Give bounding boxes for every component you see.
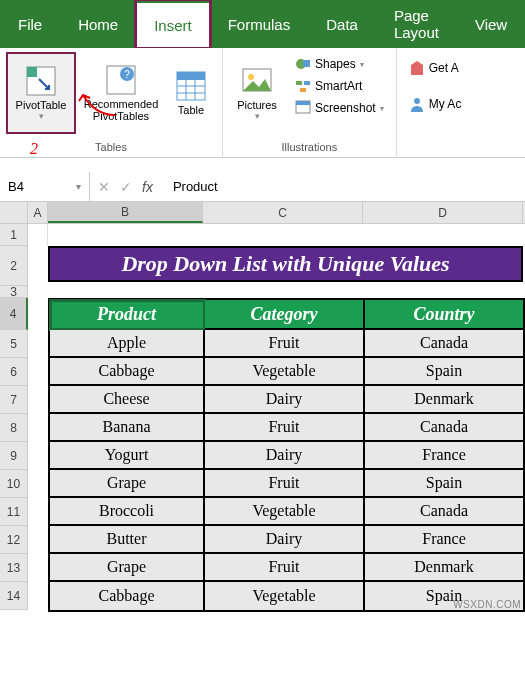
svg-rect-19 — [296, 101, 310, 105]
svg-rect-17 — [300, 88, 306, 92]
fx-icon[interactable]: fx — [142, 179, 153, 195]
accept-formula-icon[interactable]: ✓ — [120, 179, 132, 195]
table-cell[interactable]: Butter — [50, 526, 205, 554]
recommended-pivot-icon: ? — [105, 64, 137, 96]
table-cell[interactable]: Cabbage — [50, 582, 205, 610]
table-cell[interactable]: Dairy — [205, 442, 365, 470]
table-cell[interactable]: Banana — [50, 414, 205, 442]
pivot-table-icon — [25, 65, 57, 97]
table-cell[interactable]: Fruit — [205, 330, 365, 358]
table-row: ButterDairyFrance — [50, 526, 523, 554]
svg-rect-6 — [177, 72, 205, 80]
table-cell[interactable]: Cabbage — [50, 358, 205, 386]
table-cell[interactable]: Fruit — [205, 414, 365, 442]
col-header-a[interactable]: A — [28, 202, 48, 223]
shapes-icon — [295, 56, 311, 72]
tab-view[interactable]: View — [457, 0, 525, 48]
pictures-button[interactable]: Pictures ▾ — [229, 52, 285, 134]
col-header-c[interactable]: C — [203, 202, 363, 223]
table-cell[interactable]: Dairy — [205, 526, 365, 554]
table-cell[interactable]: Fruit — [205, 554, 365, 582]
tab-insert[interactable]: Insert — [136, 0, 210, 48]
tab-bar: File Home Insert Formulas Data Page Layo… — [0, 0, 525, 48]
select-all-corner[interactable] — [0, 202, 28, 223]
table-cell[interactable]: Grape — [50, 554, 205, 582]
tab-formulas[interactable]: Formulas — [210, 0, 309, 48]
row-header[interactable]: 14 — [0, 582, 28, 610]
shapes-button[interactable]: Shapes▾ — [291, 54, 388, 74]
table-row: CheeseDairyDenmark — [50, 386, 523, 414]
table-cell[interactable]: Yogurt — [50, 442, 205, 470]
table-cell[interactable]: Spain — [365, 358, 523, 386]
table-cell[interactable]: Spain — [365, 470, 523, 498]
ribbon-group-tables: PivotTable ▾ ? Recommended PivotTables T… — [0, 48, 223, 157]
svg-rect-16 — [304, 81, 310, 85]
tab-page-layout[interactable]: Page Layout — [376, 0, 457, 48]
table-cell[interactable]: Dairy — [205, 386, 365, 414]
row-header[interactable]: 5 — [0, 330, 28, 358]
tab-file[interactable]: File — [0, 0, 60, 48]
table-cell[interactable]: Denmark — [365, 554, 523, 582]
table-cell[interactable]: France — [365, 442, 523, 470]
table-row: BananaFruitCanada — [50, 414, 523, 442]
row-header[interactable]: 2 — [0, 246, 28, 286]
formula-bar-row: B4 ▾ ✕ ✓ fx Product — [0, 172, 525, 202]
table-cell[interactable]: Vegetable — [205, 582, 365, 610]
get-addins-button[interactable]: Get A — [405, 58, 466, 78]
screenshot-icon — [295, 100, 311, 116]
svg-rect-20 — [411, 65, 423, 75]
name-box[interactable]: B4 ▾ — [0, 172, 90, 201]
cancel-formula-icon[interactable]: ✕ — [98, 179, 110, 195]
row-header[interactable]: 7 — [0, 386, 28, 414]
table-cell[interactable]: Canada — [365, 414, 523, 442]
table-row: YogurtDairyFrance — [50, 442, 523, 470]
name-box-dropdown-icon[interactable]: ▾ — [76, 181, 81, 192]
row-header[interactable]: 9 — [0, 442, 28, 470]
table-cell[interactable]: Canada — [365, 498, 523, 526]
table-row: CabbageVegetableSpain — [50, 358, 523, 386]
tab-home[interactable]: Home — [60, 0, 136, 48]
col-header-b[interactable]: B — [48, 202, 203, 223]
pivot-table-button[interactable]: PivotTable ▾ — [6, 52, 76, 134]
watermark: wsxdn.com — [453, 599, 521, 610]
row-header[interactable]: 1 — [0, 224, 28, 246]
table-cell[interactable]: Broccoli — [50, 498, 205, 526]
row-header[interactable]: 13 — [0, 554, 28, 582]
spreadsheet-grid[interactable]: A B C D 1 2 3 4 5 6 7 8 9 10 11 12 13 14… — [0, 202, 525, 612]
row-headers: 1 2 3 4 5 6 7 8 9 10 11 12 13 14 — [0, 224, 28, 612]
table-cell[interactable]: France — [365, 526, 523, 554]
table-header-country[interactable]: Country — [365, 300, 523, 330]
table-cell[interactable]: Vegetable — [205, 498, 365, 526]
table-row: GrapeFruitSpain — [50, 470, 523, 498]
smartart-button[interactable]: SmartArt — [291, 76, 388, 96]
table-header-category[interactable]: Category — [205, 300, 365, 330]
svg-rect-1 — [27, 67, 37, 77]
row-header[interactable]: 3 — [0, 286, 28, 298]
table-cell[interactable]: Denmark — [365, 386, 523, 414]
row-header[interactable]: 10 — [0, 470, 28, 498]
row-header[interactable]: 6 — [0, 358, 28, 386]
screenshot-button[interactable]: Screenshot▾ — [291, 98, 388, 118]
my-addins-button[interactable]: My Ac — [405, 94, 466, 114]
row-header[interactable]: 11 — [0, 498, 28, 526]
table-row: GrapeFruitDenmark — [50, 554, 523, 582]
recommended-pivot-button[interactable]: ? Recommended PivotTables — [80, 52, 162, 134]
svg-point-12 — [248, 74, 254, 80]
formula-bar[interactable]: Product — [161, 172, 525, 201]
table-cell[interactable]: Apple — [50, 330, 205, 358]
row-header[interactable]: 12 — [0, 526, 28, 554]
sheet-title[interactable]: Drop Down List with Unique Values — [48, 246, 523, 282]
table-cell[interactable]: Cheese — [50, 386, 205, 414]
row-header[interactable]: 4 — [0, 298, 28, 330]
table-cell[interactable]: Vegetable — [205, 358, 365, 386]
table-header-product[interactable]: Product — [50, 300, 205, 330]
table-button[interactable]: Table — [166, 52, 216, 134]
table-row: AppleFruitCanada — [50, 330, 523, 358]
tab-data[interactable]: Data — [308, 0, 376, 48]
table-cell[interactable]: Grape — [50, 470, 205, 498]
table-cell[interactable]: Fruit — [205, 470, 365, 498]
row-header[interactable]: 8 — [0, 414, 28, 442]
ribbon: PivotTable ▾ ? Recommended PivotTables T… — [0, 48, 525, 158]
table-cell[interactable]: Canada — [365, 330, 523, 358]
col-header-d[interactable]: D — [363, 202, 523, 223]
